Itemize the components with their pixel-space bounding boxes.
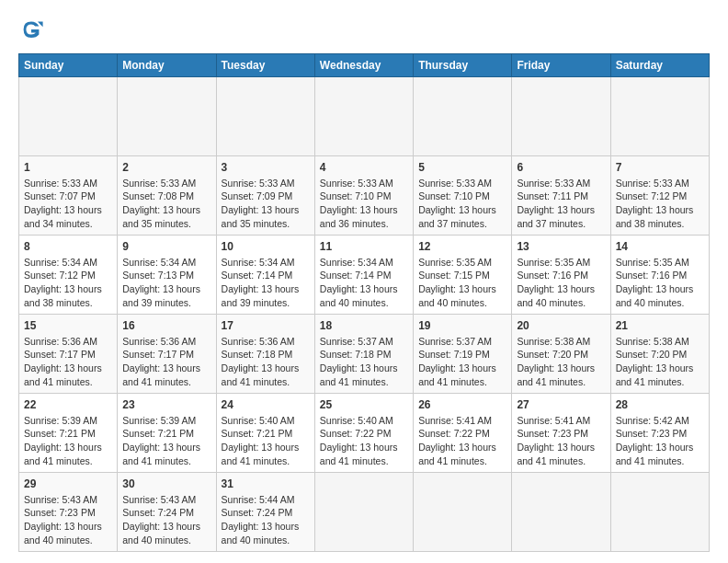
day-number: 9 (122, 239, 210, 255)
col-tuesday: Tuesday (216, 54, 314, 77)
day-number: 8 (24, 239, 112, 255)
calendar-cell: 25Sunrise: 5:40 AMSunset: 7:22 PMDayligh… (314, 394, 413, 473)
col-thursday: Thursday (414, 54, 512, 77)
day-number: 18 (320, 318, 408, 334)
calendar-cell: 30Sunrise: 5:43 AMSunset: 7:24 PMDayligh… (118, 473, 216, 552)
calendar-cell: 21Sunrise: 5:38 AMSunset: 7:20 PMDayligh… (610, 315, 709, 394)
col-saturday: Saturday (610, 54, 709, 77)
day-number: 16 (122, 318, 210, 334)
calendar-cell: 19Sunrise: 5:37 AMSunset: 7:19 PMDayligh… (414, 315, 512, 394)
calendar-cell: 20Sunrise: 5:38 AMSunset: 7:20 PMDayligh… (512, 315, 610, 394)
col-wednesday: Wednesday (314, 54, 413, 77)
day-number: 1 (24, 160, 112, 176)
col-monday: Monday (118, 54, 216, 77)
calendar-cell (19, 77, 118, 156)
calendar-cell (118, 77, 216, 156)
day-number: 26 (418, 397, 506, 413)
page-container: Sunday Monday Tuesday Wednesday Thursday… (0, 0, 728, 561)
calendar-cell: 7Sunrise: 5:33 AMSunset: 7:12 PMDaylight… (610, 156, 709, 236)
day-number: 19 (418, 318, 506, 334)
day-number: 3 (222, 160, 310, 176)
day-number: 31 (222, 477, 310, 492)
calendar-cell (414, 77, 512, 156)
day-number: 23 (122, 397, 210, 413)
calendar-cell: 8Sunrise: 5:34 AMSunset: 7:12 PMDaylight… (19, 236, 118, 315)
calendar-cell: 16Sunrise: 5:36 AMSunset: 7:17 PMDayligh… (118, 315, 216, 394)
day-number: 15 (24, 318, 112, 334)
day-number: 6 (517, 160, 605, 176)
calendar-cell: 18Sunrise: 5:37 AMSunset: 7:18 PMDayligh… (314, 315, 413, 394)
calendar-cell: 23Sunrise: 5:39 AMSunset: 7:21 PMDayligh… (118, 394, 216, 473)
day-number: 20 (517, 318, 605, 334)
calendar-table: Sunday Monday Tuesday Wednesday Thursday… (18, 53, 710, 552)
day-number: 12 (418, 239, 506, 255)
day-number: 7 (616, 160, 704, 176)
day-number: 21 (616, 318, 704, 334)
calendar-cell: 10Sunrise: 5:34 AMSunset: 7:14 PMDayligh… (216, 236, 314, 315)
calendar-cell (216, 77, 314, 156)
day-number: 4 (320, 160, 408, 176)
day-number: 27 (517, 397, 605, 413)
calendar-cell: 31Sunrise: 5:44 AMSunset: 7:24 PMDayligh… (216, 473, 314, 552)
day-number: 29 (24, 477, 112, 492)
calendar-cell: 9Sunrise: 5:34 AMSunset: 7:13 PMDaylight… (118, 236, 216, 315)
day-number: 30 (122, 477, 210, 492)
col-sunday: Sunday (19, 54, 118, 77)
calendar-cell (314, 77, 413, 156)
day-number: 22 (24, 397, 112, 413)
calendar-cell: 5Sunrise: 5:33 AMSunset: 7:10 PMDaylight… (414, 156, 512, 236)
calendar-cell: 11Sunrise: 5:34 AMSunset: 7:14 PMDayligh… (314, 236, 413, 315)
calendar-cell: 13Sunrise: 5:35 AMSunset: 7:16 PMDayligh… (512, 236, 610, 315)
day-number: 24 (222, 397, 310, 413)
calendar-cell: 15Sunrise: 5:36 AMSunset: 7:17 PMDayligh… (19, 315, 118, 394)
calendar-cell: 22Sunrise: 5:39 AMSunset: 7:21 PMDayligh… (19, 394, 118, 473)
col-friday: Friday (512, 54, 610, 77)
calendar-cell: 6Sunrise: 5:33 AMSunset: 7:11 PMDaylight… (512, 156, 610, 236)
calendar-cell: 27Sunrise: 5:41 AMSunset: 7:23 PMDayligh… (512, 394, 610, 473)
day-number: 2 (122, 160, 210, 176)
calendar-cell (314, 473, 413, 552)
calendar-cell: 24Sunrise: 5:40 AMSunset: 7:21 PMDayligh… (216, 394, 314, 473)
calendar-cell: 14Sunrise: 5:35 AMSunset: 7:16 PMDayligh… (610, 236, 709, 315)
calendar-cell: 2Sunrise: 5:33 AMSunset: 7:08 PMDaylight… (118, 156, 216, 236)
day-number: 14 (616, 239, 704, 255)
calendar-cell: 3Sunrise: 5:33 AMSunset: 7:09 PMDaylight… (216, 156, 314, 236)
calendar-cell (414, 473, 512, 552)
calendar-cell (512, 473, 610, 552)
logo (18, 17, 48, 42)
calendar-cell (610, 77, 709, 156)
calendar-cell (610, 473, 709, 552)
day-number: 11 (320, 239, 408, 255)
day-number: 10 (222, 239, 310, 255)
day-number: 25 (320, 397, 408, 413)
logo-icon (18, 17, 44, 42)
header-row: Sunday Monday Tuesday Wednesday Thursday… (19, 54, 710, 77)
calendar-cell: 1Sunrise: 5:33 AMSunset: 7:07 PMDaylight… (19, 156, 118, 236)
day-number: 28 (616, 397, 704, 413)
calendar-cell: 28Sunrise: 5:42 AMSunset: 7:23 PMDayligh… (610, 394, 709, 473)
header (18, 17, 710, 42)
calendar-cell: 17Sunrise: 5:36 AMSunset: 7:18 PMDayligh… (216, 315, 314, 394)
day-number: 17 (222, 318, 310, 334)
calendar-cell: 29Sunrise: 5:43 AMSunset: 7:23 PMDayligh… (19, 473, 118, 552)
day-number: 13 (517, 239, 605, 255)
day-number: 5 (418, 160, 506, 176)
calendar-cell: 26Sunrise: 5:41 AMSunset: 7:22 PMDayligh… (414, 394, 512, 473)
calendar-cell: 4Sunrise: 5:33 AMSunset: 7:10 PMDaylight… (314, 156, 413, 236)
calendar-cell (512, 77, 610, 156)
calendar-cell: 12Sunrise: 5:35 AMSunset: 7:15 PMDayligh… (414, 236, 512, 315)
